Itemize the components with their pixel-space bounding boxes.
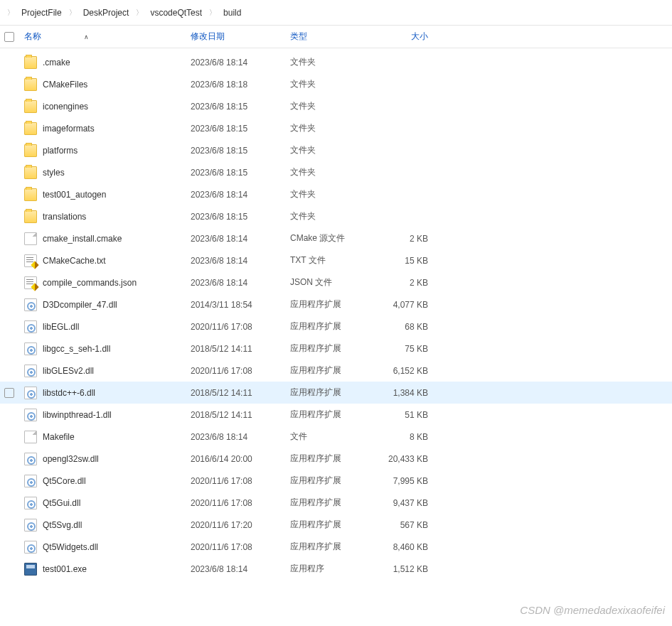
file-name-cell[interactable]: Qt5Core.dll (24, 475, 191, 487)
column-header-date[interactable]: 修改日期 (191, 31, 290, 43)
file-type: 应用程序扩展 (290, 453, 383, 465)
file-name-cell[interactable]: libwinpthread-1.dll (24, 409, 191, 421)
file-row[interactable]: Qt5Gui.dll2020/11/6 17:08应用程序扩展9,437 KB (0, 492, 672, 514)
file-type: 应用程序扩展 (290, 320, 383, 333)
file-row[interactable]: test001_autogen2023/6/8 18:14文件夹 (0, 183, 672, 205)
file-date: 2023/6/8 18:14 (191, 432, 290, 442)
row-checkbox[interactable] (4, 388, 14, 398)
file-type: 应用程序扩展 (290, 541, 383, 553)
file-date: 2023/6/8 18:14 (191, 234, 290, 244)
file-size: 7,995 KB (383, 476, 432, 486)
file-size: 20,433 KB (383, 454, 432, 464)
dll-icon (24, 387, 37, 399)
file-name: platforms (43, 146, 78, 156)
file-row[interactable]: CMakeFiles2023/6/8 18:18文件夹 (0, 73, 672, 95)
file-name: opengl32sw.dll (43, 454, 99, 464)
file-row[interactable]: libEGL.dll2020/11/6 17:08应用程序扩展68 KB (0, 315, 672, 338)
column-header-name[interactable]: 名称 ∧ (24, 31, 191, 43)
file-row[interactable]: opengl32sw.dll2016/6/14 20:00应用程序扩展20,43… (0, 448, 672, 470)
file-name-cell[interactable]: compile_commands.json (24, 276, 191, 289)
file-size: 1,512 KB (383, 564, 432, 574)
folder-icon (24, 210, 37, 223)
file-row[interactable]: compile_commands.json2023/6/8 18:14JSON … (0, 271, 672, 293)
file-row[interactable]: libwinpthread-1.dll2018/5/12 14:11应用程序扩展… (0, 404, 672, 426)
file-type: 应用程序扩展 (290, 497, 383, 509)
file-row[interactable]: translations2023/6/8 18:15文件夹 (0, 205, 672, 227)
file-type: 应用程序扩展 (290, 298, 383, 311)
file-type: 文件夹 (290, 166, 383, 178)
file-name-cell[interactable]: styles (24, 166, 191, 179)
file-name: translations (43, 212, 86, 222)
file-row[interactable]: CMakeCache.txt2023/6/8 18:14TXT 文件15 KB (0, 249, 672, 271)
breadcrumb-item[interactable]: ProjectFile (17, 6, 66, 19)
file-name-cell[interactable]: .cmake (24, 56, 191, 69)
file-row[interactable]: Qt5Widgets.dll2020/11/6 17:08应用程序扩展8,460… (0, 536, 672, 558)
file-name: Qt5Svg.dll (43, 520, 82, 530)
chevron-right-icon: 〉 (133, 8, 146, 18)
file-row[interactable]: platforms2023/6/8 18:15文件夹 (0, 139, 672, 161)
file-name-cell[interactable]: platforms (24, 144, 191, 157)
file-date: 2020/11/6 17:08 (191, 498, 290, 508)
file-date: 2023/6/8 18:14 (191, 278, 290, 288)
file-name-cell[interactable]: iconengines (24, 100, 191, 113)
file-name-cell[interactable]: CMakeFiles (24, 78, 191, 91)
file-name-cell[interactable]: translations (24, 210, 191, 223)
column-header-size[interactable]: 大小 (383, 31, 432, 43)
file-name-cell[interactable]: opengl32sw.dll (24, 453, 191, 465)
file-row[interactable]: test001.exe2023/6/8 18:14应用程序1,512 KB (0, 558, 672, 580)
file-name-cell[interactable]: test001_autogen (24, 188, 191, 201)
file-name-cell[interactable]: D3Dcompiler_47.dll (24, 298, 191, 311)
file-name-cell[interactable]: Qt5Widgets.dll (24, 541, 191, 554)
file-type: 文件夹 (290, 100, 383, 112)
dll-icon (24, 409, 37, 421)
file-name: styles (43, 168, 65, 178)
file-type: 应用程序扩展 (290, 519, 383, 531)
file-name-cell[interactable]: test001.exe (24, 563, 191, 576)
file-name-cell[interactable]: libGLESv2.dll (24, 365, 191, 377)
file-name-cell[interactable]: Makefile (24, 431, 191, 443)
file-name-cell[interactable]: imageformats (24, 122, 191, 135)
folder-icon (24, 166, 37, 179)
file-name: test001.exe (43, 564, 87, 574)
file-row[interactable]: cmake_install.cmake2023/6/8 18:14CMake 源… (0, 227, 672, 249)
file-row[interactable]: iconengines2023/6/8 18:15文件夹 (0, 95, 672, 117)
file-row[interactable]: Makefile2023/6/8 18:14文件8 KB (0, 426, 672, 448)
file-name-cell[interactable]: libstdc++-6.dll (24, 387, 191, 399)
file-date: 2014/3/11 18:54 (191, 300, 290, 310)
breadcrumb-item[interactable]: vscodeQtTest (146, 6, 206, 19)
select-all-checkbox[interactable] (4, 32, 14, 42)
file-size: 15 KB (383, 256, 432, 266)
column-header-type[interactable]: 类型 (290, 31, 383, 43)
file-row[interactable]: styles2023/6/8 18:15文件夹 (0, 161, 672, 183)
file-row[interactable]: libgcc_s_seh-1.dll2018/5/12 14:11应用程序扩展7… (0, 338, 672, 360)
file-row[interactable]: Qt5Svg.dll2020/11/6 17:20应用程序扩展567 KB (0, 514, 672, 536)
breadcrumb-item[interactable]: DeskProject (79, 6, 134, 19)
file-date: 2020/11/6 17:08 (191, 322, 290, 332)
file-name: imageformats (43, 124, 95, 134)
file-date: 2020/11/6 17:08 (191, 476, 290, 486)
file-type: 文件夹 (290, 144, 383, 156)
file-row[interactable]: libGLESv2.dll2020/11/6 17:08应用程序扩展6,152 … (0, 360, 672, 382)
file-row[interactable]: libstdc++-6.dll2018/5/12 14:11应用程序扩展1,38… (0, 382, 672, 404)
file-size: 75 KB (383, 344, 432, 354)
file-row[interactable]: Qt5Core.dll2020/11/6 17:08应用程序扩展7,995 KB (0, 470, 672, 492)
file-name-cell[interactable]: cmake_install.cmake (24, 232, 191, 245)
file-name-cell[interactable]: libgcc_s_seh-1.dll (24, 342, 191, 355)
file-type: 应用程序扩展 (290, 342, 383, 355)
breadcrumb-item[interactable]: build (219, 6, 245, 19)
column-header-label: 名称 (24, 31, 41, 43)
file-name-cell[interactable]: libEGL.dll (24, 320, 191, 333)
file-row[interactable]: .cmake2023/6/8 18:14文件夹 (0, 51, 672, 73)
file-date: 2023/6/8 18:18 (191, 80, 290, 90)
file-name-cell[interactable]: Qt5Gui.dll (24, 497, 191, 509)
file-type: 应用程序扩展 (290, 475, 383, 487)
file-name-cell[interactable]: Qt5Svg.dll (24, 519, 191, 531)
file-name: Qt5Core.dll (43, 476, 86, 486)
txt-icon (24, 254, 37, 267)
file-name: cmake_install.cmake (43, 234, 122, 244)
file-row[interactable]: D3Dcompiler_47.dll2014/3/11 18:54应用程序扩展4… (0, 293, 672, 315)
file-row[interactable]: imageformats2023/6/8 18:15文件夹 (0, 117, 672, 139)
file-size: 4,077 KB (383, 300, 432, 310)
file-size: 68 KB (383, 322, 432, 332)
file-name-cell[interactable]: CMakeCache.txt (24, 254, 191, 267)
